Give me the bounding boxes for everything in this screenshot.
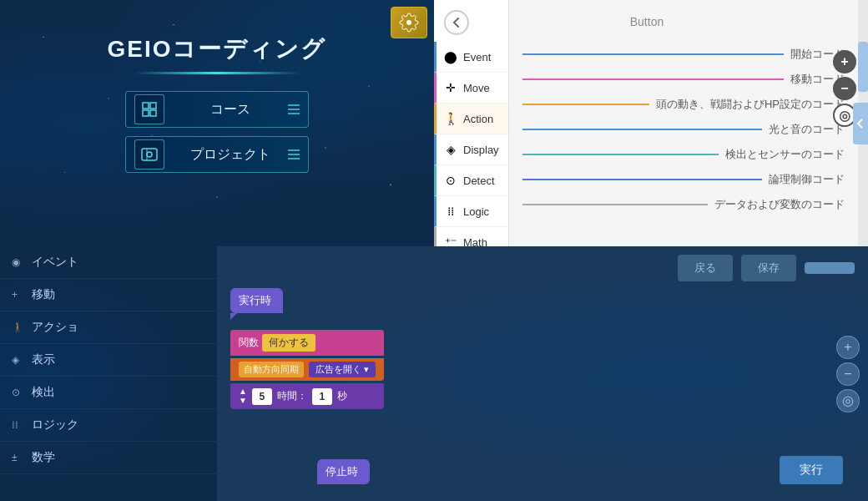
function-header[interactable]: 関数 何かする xyxy=(230,330,384,356)
back-btn[interactable]: 戻る xyxy=(678,255,733,281)
run-top-btn[interactable] xyxy=(805,262,855,274)
top-right-panel: Button ⬤ Event ✛ Move 🚶 Action ◈ Display… xyxy=(434,0,868,246)
scrollbar-thumb[interactable] xyxy=(858,42,868,92)
logic-icon: ⁞⁞ xyxy=(443,205,458,218)
svg-point-5 xyxy=(147,152,152,157)
sidebar-item-detect[interactable]: ⊙ Detect xyxy=(434,165,508,196)
sidebar-item-event[interactable]: ⬤ Event xyxy=(434,42,508,73)
bottom-left-panel: ◉ イベント + 移動 🚶 アクショ ◈ 表示 ⊙ 検出 ⁞⁞ ロジック ± 数… xyxy=(0,246,217,501)
logic-line xyxy=(522,179,762,180)
time-value-2[interactable]: 1 xyxy=(312,388,332,405)
desc-row-event: 開始コード xyxy=(509,42,858,67)
project-button[interactable]: プロジェクト xyxy=(125,136,309,173)
title-underline xyxy=(134,72,300,74)
move-icon: ✛ xyxy=(443,81,458,94)
run-bottom-btn[interactable]: 実行 xyxy=(780,456,843,484)
desc-row-math: データおよび変数のコード xyxy=(509,192,858,217)
move-label: Move xyxy=(463,82,490,94)
time-label: 時間： xyxy=(277,389,307,403)
svg-rect-2 xyxy=(143,110,149,116)
event-line xyxy=(522,53,784,55)
sidebar-item-action[interactable]: 🚶 Action xyxy=(434,104,508,134)
bl-item-event[interactable]: ◉ イベント xyxy=(0,246,217,279)
desc-row-move: 移動コード xyxy=(509,67,858,92)
detect-desc: 検出とセンサーのコード xyxy=(725,147,845,162)
event-icon: ⬤ xyxy=(443,50,458,63)
detect-label: Detect xyxy=(463,175,495,187)
svg-rect-3 xyxy=(150,110,156,116)
dropdown-arrow: ▾ xyxy=(364,364,369,375)
bl-math-label: 数学 xyxy=(32,450,55,465)
what-to-do-label: 何かする xyxy=(262,334,315,352)
autodirection-label: 自動方向同期 xyxy=(239,362,304,377)
autodirection-block[interactable]: 自動方向同期 広告を開く ▾ xyxy=(230,358,384,381)
bl-event-label: イベント xyxy=(32,255,78,270)
teishi-block[interactable]: 停止時 xyxy=(317,459,370,484)
bl-move-label: 移動 xyxy=(32,287,55,302)
bl-item-move[interactable]: + 移動 xyxy=(0,279,217,311)
time-value-1[interactable]: 5 xyxy=(252,388,272,405)
collapse-tab[interactable] xyxy=(853,103,868,144)
project-icon xyxy=(134,139,164,170)
br-zoom-out[interactable]: − xyxy=(836,362,860,386)
svg-rect-4 xyxy=(142,149,157,160)
sidebar-item-display[interactable]: ◈ Display xyxy=(434,134,508,165)
zoom-in-button[interactable]: + xyxy=(833,50,856,73)
open-ad-dropdown[interactable]: 広告を開く ▾ xyxy=(309,362,376,377)
bl-item-math[interactable]: ± 数学 xyxy=(0,442,217,474)
category-descriptions: 開始コード 移動コード 頭の動き、戦闘およびHP設定のコード 光と音のコード 検… xyxy=(509,0,858,246)
open-ad-label: 広告を開く xyxy=(315,363,361,376)
event-label: Event xyxy=(463,51,491,63)
action-line xyxy=(522,104,649,105)
time-arrows[interactable]: ▲ ▼ xyxy=(239,387,247,405)
function-block: 関数 何かする 自動方向同期 広告を開く ▾ ▲ ▼ 5 時間： 1 秒 xyxy=(230,330,384,409)
logic-label: Logic xyxy=(463,205,489,218)
bl-display-label: 表示 xyxy=(32,352,55,367)
display-icon: ◈ xyxy=(443,143,458,156)
bl-detect-label: 検出 xyxy=(32,385,55,400)
display-line xyxy=(522,129,762,130)
desc-row-detect: 検出とセンサーのコード xyxy=(509,142,858,167)
bl-event-icon: ◉ xyxy=(12,256,25,268)
bl-math-icon: ± xyxy=(12,452,25,463)
br-zoom-in[interactable]: + xyxy=(836,336,860,359)
svg-rect-1 xyxy=(150,103,156,109)
br-target[interactable]: ◎ xyxy=(836,389,860,412)
logic-desc: 論理制御コード xyxy=(769,172,845,187)
project-lines-icon xyxy=(288,149,300,159)
jikkoji-block[interactable]: 実行時 xyxy=(230,288,283,313)
bl-action-label: アクショ xyxy=(32,320,78,335)
bl-item-action[interactable]: 🚶 アクショ xyxy=(0,311,217,344)
back-button[interactable] xyxy=(444,10,469,35)
desc-row-display: 光と音のコード xyxy=(509,117,858,142)
course-lines-icon xyxy=(288,104,300,114)
function-label: 関数 xyxy=(239,336,259,350)
sidebar-item-logic[interactable]: ⁞⁞ Logic xyxy=(434,196,508,227)
project-label: プロジェクト xyxy=(173,146,288,164)
gear-area xyxy=(391,7,427,38)
app-title: GEIOコーディング xyxy=(0,33,434,65)
category-sidebar: ⬤ Event ✛ Move 🚶 Action ◈ Display ⊙ Dete… xyxy=(434,0,509,246)
top-left-panel: GEIOコーディング コース プロジェクト xyxy=(0,0,434,246)
course-label: コース xyxy=(173,101,288,119)
gear-button[interactable] xyxy=(391,7,427,38)
bl-display-icon: ◈ xyxy=(12,354,25,366)
zoom-out-button[interactable]: − xyxy=(833,77,856,100)
svg-rect-0 xyxy=(143,103,149,109)
bottom-right-topbar: 戻る 保存 xyxy=(217,246,868,290)
bl-item-logic[interactable]: ⁞⁞ ロジック xyxy=(0,409,217,442)
move-line xyxy=(522,78,784,80)
sidebar-item-move[interactable]: ✛ Move xyxy=(434,73,508,104)
save-btn[interactable]: 保存 xyxy=(741,255,796,281)
bl-item-detect[interactable]: ⊙ 検出 xyxy=(0,377,217,409)
bl-logic-icon: ⁞⁞ xyxy=(12,419,25,431)
bl-action-icon: 🚶 xyxy=(12,321,25,333)
bottom-right-panel: 戻る 保存 実行時 関数 何かする 自動方向同期 広告を開く ▾ xyxy=(217,246,868,501)
detect-line xyxy=(522,154,719,155)
action-label: Action xyxy=(463,113,493,125)
time-block[interactable]: ▲ ▼ 5 時間： 1 秒 xyxy=(230,383,384,409)
detect-icon: ⊙ xyxy=(443,174,458,187)
course-button[interactable]: コース xyxy=(125,91,309,128)
time-unit: 秒 xyxy=(337,389,347,403)
bl-item-display[interactable]: ◈ 表示 xyxy=(0,344,217,377)
